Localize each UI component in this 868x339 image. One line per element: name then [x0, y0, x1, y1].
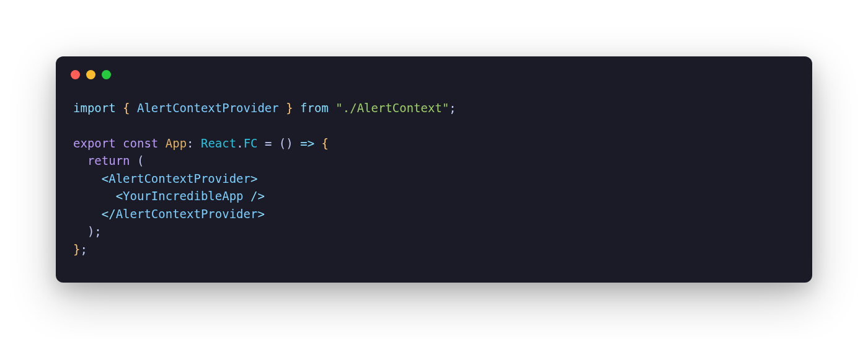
code-line: return ( [73, 154, 144, 167]
identifier: AlertContextProvider [137, 101, 279, 115]
string-path: ./AlertContext [343, 101, 442, 115]
jsx-tag: AlertContextProvider [108, 172, 250, 185]
code-block: import { AlertContextProvider } from "./… [56, 84, 812, 283]
close-icon[interactable] [71, 70, 80, 79]
keyword-const: const [123, 136, 158, 150]
jsx-self-close: /> [250, 189, 265, 203]
jsx-bracket: </ [102, 207, 116, 221]
paren: ) [87, 224, 94, 238]
semicolon: ; [449, 101, 456, 115]
window-titlebar [56, 56, 812, 84]
code-line: export const App: React.FC = () => { [73, 136, 329, 150]
keyword-from: from [300, 101, 329, 115]
jsx-tag: AlertContextProvider [116, 207, 258, 221]
brace: { [116, 101, 137, 115]
maximize-icon[interactable] [102, 70, 111, 79]
paren: ( [279, 136, 286, 150]
jsx-bracket: < [116, 189, 123, 203]
jsx-bracket: > [250, 172, 257, 185]
string-quote: " [442, 101, 449, 115]
jsx-bracket: < [102, 172, 108, 185]
brace: } [73, 242, 80, 256]
const-name: App [166, 136, 187, 150]
code-line: </AlertContextProvider> [73, 207, 265, 221]
paren: ) [286, 136, 293, 150]
dot: . [236, 136, 243, 150]
type-react: React [201, 136, 236, 150]
code-line: }; [73, 242, 87, 256]
semicolon: ; [80, 242, 87, 256]
code-line: <YourIncredibleApp /> [73, 189, 265, 203]
minimize-icon[interactable] [86, 70, 95, 79]
jsx-tag: YourIncredibleApp [123, 189, 243, 203]
jsx-bracket: > [257, 207, 264, 221]
brace: } [279, 101, 300, 115]
code-window: import { AlertContextProvider } from "./… [56, 56, 812, 283]
keyword-export: export [73, 136, 116, 150]
code-line: import { AlertContextProvider } from "./… [73, 101, 456, 115]
equals: = [258, 136, 279, 150]
code-line: ); [73, 224, 102, 238]
string-quote: " [335, 101, 342, 115]
arrow: => [300, 136, 314, 150]
colon: : [187, 136, 201, 150]
keyword-return: return [87, 154, 130, 167]
brace: { [322, 136, 329, 150]
type-fc: FC [244, 136, 258, 150]
paren: ( [137, 154, 144, 167]
keyword-import: import [73, 101, 116, 115]
semicolon: ; [94, 224, 101, 238]
code-line: <AlertContextProvider> [73, 172, 257, 185]
